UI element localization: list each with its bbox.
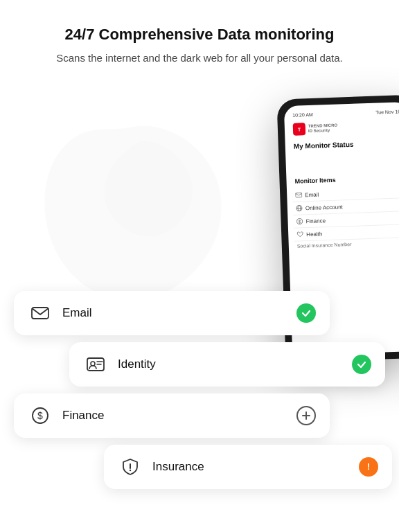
finance-card-label: Finance	[62, 409, 296, 423]
insurance-card[interactable]: Insurance !	[104, 445, 392, 489]
insurance-card-label: Insurance	[152, 460, 359, 474]
page-header: 24/7 Comprehensive Data monitoring Scans…	[0, 0, 399, 80]
phone-section-title: My Monitor Status	[291, 137, 399, 152]
app-header: T TREND MICRO ID Security	[290, 118, 399, 137]
email-card-label: Email	[62, 306, 296, 320]
insurance-card-icon	[118, 454, 143, 479]
svg-text:!: !	[367, 461, 370, 472]
globe-icon-small	[296, 204, 303, 211]
identity-card-status	[352, 355, 371, 374]
finance-card-status	[296, 406, 316, 425]
finance-card-icon: $	[28, 403, 53, 428]
status-bar: 10:20 AM Tue Nov 16	[290, 107, 399, 119]
svg-rect-8	[32, 308, 48, 319]
svg-text:$: $	[299, 219, 301, 224]
email-card-icon	[28, 301, 53, 326]
svg-point-10	[91, 362, 95, 366]
page-subtitle: Scans the internet and the dark web for …	[28, 51, 371, 66]
heart-icon-small	[296, 231, 303, 238]
background-decoration	[21, 90, 242, 312]
identity-card[interactable]: Identity	[69, 342, 385, 387]
identity-card-icon	[83, 352, 108, 377]
identity-card-label: Identity	[118, 357, 352, 371]
svg-point-18	[130, 470, 131, 471]
email-card-status	[296, 303, 316, 323]
time: 10:20 AM	[292, 112, 313, 118]
app-name: TREND MICRO ID Security	[308, 123, 338, 134]
email-icon-small	[295, 191, 302, 198]
finance-card[interactable]: $ Finance	[14, 393, 330, 438]
app-logo: T	[293, 123, 306, 136]
insurance-card-status: !	[359, 457, 378, 477]
svg-text:$: $	[37, 410, 43, 421]
date: Tue Nov 16	[375, 109, 399, 114]
email-card[interactable]: Email	[14, 291, 330, 335]
page-title: 24/7 Comprehensive Data monitoring	[28, 25, 371, 45]
dollar-icon-small: $	[296, 218, 303, 224]
